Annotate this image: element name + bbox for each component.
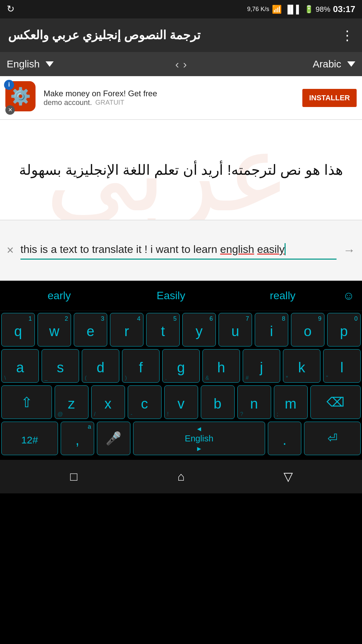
key-r[interactable]: 4r [110,313,143,346]
key-n[interactable]: n? [237,385,271,419]
input-space [254,243,257,255]
suggestion-easily[interactable]: Easily [115,289,227,302]
app-bar: ترجمة النصوص إنجليزي عربي والعكس ⋮ [0,18,362,52]
enter-key[interactable]: ⏎ [304,422,361,455]
language-swap[interactable]: ‹ › [169,58,194,71]
target-language-name: Arabic [313,58,341,70]
status-signal2: ▐▌▌ [285,5,302,14]
input-underline [20,259,337,260]
input-word-easily: easily [257,243,285,255]
key-l[interactable]: l" [323,349,361,383]
translated-text: هذا هو نص لترجمته! أريد أن تعلم اللغة ال… [19,159,343,180]
status-time: 03:17 [333,4,356,14]
ad-install-button[interactable]: INSTALLER [302,89,357,107]
suggestions-row: early Easily really ☺ [0,281,362,311]
clear-input-button[interactable]: × [7,243,14,257]
key-q[interactable]: 1q [1,313,35,346]
key-o[interactable]: 9o [291,313,324,346]
translate-button[interactable]: → [343,243,355,257]
swap-left-icon: ‹ [175,58,179,71]
input-area: × this is a text to translate it ! i wan… [0,220,362,281]
more-menu-icon[interactable]: ⋮ [341,28,354,43]
nav-recents-button[interactable]: □ [62,465,85,488]
backspace-key[interactable]: ⌫ [310,385,361,419]
space-key[interactable]: ◂ English ▸ [133,422,265,455]
key-t[interactable]: 5t [146,313,180,346]
ad-title: Make money on Forex! Get free [44,89,298,98]
source-language-selector[interactable]: English [7,58,169,70]
swap-right-icon: › [183,58,187,71]
ad-text: Make money on Forex! Get free demo accou… [44,89,298,107]
target-language-selector[interactable]: Arabic [193,58,355,70]
key-k[interactable]: k* [283,349,320,383]
key-f[interactable]: f) [122,349,160,383]
status-signal: 📶 [272,5,282,14]
source-language-dropdown-icon [46,61,54,67]
key-p[interactable]: 0p [327,313,361,346]
key-a[interactable]: a\ [1,349,39,383]
key-s[interactable]: s_ [42,349,79,383]
period-key[interactable]: . [268,422,301,455]
microphone-key[interactable]: 🎤 [97,422,130,455]
space-language-label: English [185,433,213,444]
target-language-dropdown-icon [347,61,355,67]
keyboard: early Easily really ☺ 1q 2w 3e 4r 5t 6y … [0,281,362,460]
key-j[interactable]: j# [243,349,280,383]
ad-gratuit: GRATUIT [95,99,124,106]
ad-info-icon[interactable]: i [4,80,14,90]
app-title: ترجمة النصوص إنجليزي عربي والعكس [8,28,200,42]
input-word-english: english [220,243,254,255]
key-d[interactable]: d( [82,349,119,383]
ad-subtitle: demo account. [44,98,92,107]
key-e[interactable]: 3e [74,313,107,346]
input-text-wrapper[interactable]: this is a text to translate it ! i want … [20,241,337,260]
nav-back-button[interactable]: ▽ [277,465,300,488]
key-row-1: 1q 2w 3e 4r 5t 6y 7u 8i 9o 0p [1,313,361,346]
key-row-3: ⇧ z@ x/ c- v! b n? m; ⌫ [1,385,361,419]
key-h[interactable]: h& [202,349,240,383]
bottom-navigation: □ ⌂ ▽ [0,460,362,493]
key-z[interactable]: z@ [55,385,88,419]
key-c[interactable]: c- [128,385,162,419]
input-text-plain: this is a text to translate it ! i want … [20,243,220,255]
suggestion-really[interactable]: really [227,289,339,302]
language-selector: English ‹ › Arabic [0,52,362,76]
key-m[interactable]: m; [274,385,308,419]
nav-home-button[interactable]: ⌂ [169,465,193,488]
symbols-key[interactable]: 12# [1,422,58,455]
status-right: 9,76 K/s 📶 ▐▌▌ 🔋 98% 03:17 [247,4,355,14]
translation-output-area: هذا هو نص لترجمته! أريد أن تعلم اللغة ال… [0,120,362,220]
input-text-display: this is a text to translate it ! i want … [20,241,337,257]
ad-close-icon[interactable]: ✕ [5,105,15,115]
status-battery: 🔋 98% [304,5,330,14]
status-refresh-icon: ↻ [7,3,14,14]
key-rows: 1q 2w 3e 4r 5t 6y 7u 8i 9o 0p a\ s_ d( f… [0,311,362,460]
ad-icon-container: i ⚙️ ✕ [5,81,39,115]
key-row-4: 12# a , 🎤 ◂ English ▸ . ⏎ [1,422,361,455]
key-g[interactable]: g. [162,349,200,383]
key-y[interactable]: 6y [182,313,216,346]
key-row-2: a\ s_ d( f) g. h& j# k* l" [1,349,361,383]
shift-key[interactable]: ⇧ [1,385,52,419]
emoji-button[interactable]: ☺ [339,286,359,306]
ad-banner: i ⚙️ ✕ Make money on Forex! Get free dem… [0,76,362,120]
key-x[interactable]: x/ [91,385,125,419]
comma-key[interactable]: a , [61,422,94,455]
key-v[interactable]: v! [164,385,198,419]
key-i[interactable]: 8i [255,313,288,346]
status-bar: ↻ 9,76 K/s 📶 ▐▌▌ 🔋 98% 03:17 [0,0,362,18]
input-cursor [285,243,286,255]
key-b[interactable]: b [201,385,235,419]
status-speed: 9,76 K/s [247,6,269,13]
key-w[interactable]: 2w [38,313,71,346]
key-u[interactable]: 7u [219,313,252,346]
source-language-name: English [7,58,40,70]
suggestion-early[interactable]: early [3,289,115,302]
